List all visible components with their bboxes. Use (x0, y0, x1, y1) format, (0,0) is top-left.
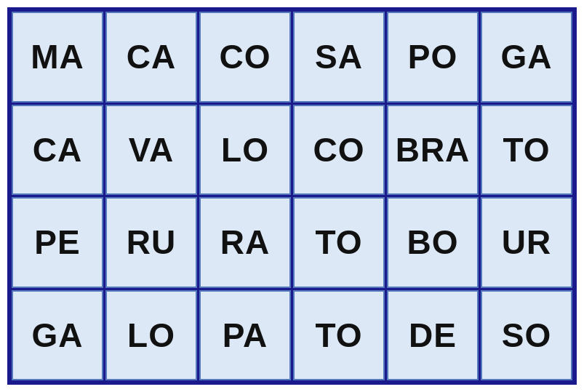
cell-label: TO (315, 223, 362, 262)
grid-cell: PE (12, 197, 103, 288)
cell-label: RU (127, 223, 176, 262)
grid-cell: DE (387, 290, 479, 381)
grid-cell: GA (12, 290, 103, 381)
cell-label: SO (502, 316, 551, 355)
cell-label: PE (34, 223, 80, 262)
cell-label: TO (503, 130, 550, 169)
cell-label: TO (315, 316, 362, 355)
cell-label: LO (127, 316, 175, 355)
grid-cell: CA (12, 105, 103, 196)
cell-label: VA (129, 130, 175, 169)
cell-label: SA (315, 37, 363, 76)
cell-label: LO (221, 130, 269, 169)
syllable-grid: MACACOSAPOGACAVALOCOBRATOPERURATOBOURGAL… (7, 7, 577, 385)
cell-label: PO (408, 37, 457, 76)
grid-cell: VA (105, 105, 197, 196)
cell-label: BRA (396, 130, 471, 169)
grid-cell: LO (199, 105, 291, 196)
grid-cell: RA (199, 197, 291, 288)
cell-label: DE (409, 316, 457, 355)
cell-label: CA (33, 130, 82, 169)
grid-cell: SO (481, 290, 572, 381)
grid-cell: LO (105, 290, 197, 381)
grid-cell: MA (12, 12, 103, 103)
grid-cell: PA (199, 290, 291, 381)
cell-label: GA (501, 37, 553, 76)
cell-label: RA (220, 223, 270, 262)
cell-label: CO (313, 130, 365, 169)
cell-label: MA (31, 37, 84, 76)
grid-cell: CO (293, 105, 385, 196)
grid-cell: GA (481, 12, 572, 103)
cell-label: BO (407, 223, 459, 262)
grid-cell: BO (387, 197, 479, 288)
cell-label: PA (223, 316, 268, 355)
grid-cell: TO (293, 290, 385, 381)
grid-cell: CO (199, 12, 291, 103)
cell-label: UR (502, 223, 551, 262)
cell-label: CA (127, 37, 176, 76)
grid-cell: CA (105, 12, 197, 103)
grid-cell: BRA (387, 105, 479, 196)
grid-cell: TO (293, 197, 385, 288)
grid-cell: PO (387, 12, 479, 103)
grid-cell: UR (481, 197, 572, 288)
cell-label: GA (32, 316, 84, 355)
grid-cell: RU (105, 197, 197, 288)
grid-cell: SA (293, 12, 385, 103)
cell-label: CO (220, 37, 271, 76)
grid-cell: TO (481, 105, 572, 196)
